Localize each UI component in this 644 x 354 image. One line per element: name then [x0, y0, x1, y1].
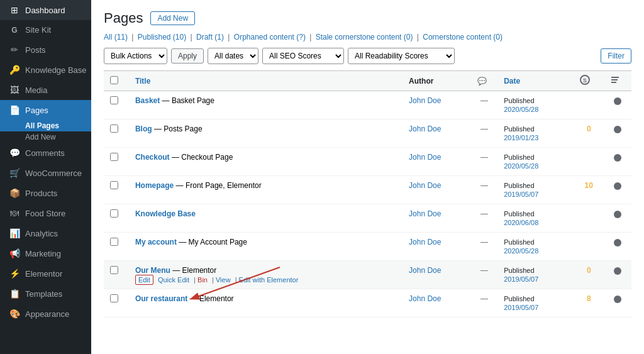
apply-button[interactable]: Apply: [171, 48, 204, 64]
readability-circle: [614, 296, 621, 303]
page-link[interactable]: Our restaurant: [135, 294, 187, 303]
author-link[interactable]: John Doe: [409, 266, 441, 275]
row-checkbox[interactable]: [110, 181, 118, 189]
row-read-cell: [604, 204, 631, 233]
row-comments-cell: —: [471, 91, 497, 119]
author-link[interactable]: John Doe: [409, 124, 441, 133]
select-all-checkbox[interactable]: [110, 76, 118, 84]
sidebar-label-pages: Pages: [25, 106, 48, 115]
sidebar-item-analytics[interactable]: 📊 Analytics: [0, 223, 91, 243]
sidebar-item-elementor[interactable]: ⚡ Elementor: [0, 263, 91, 284]
add-new-button[interactable]: Add New: [150, 11, 195, 25]
date-status: Published: [504, 267, 534, 274]
sidebar-item-appearance[interactable]: 🎨 Appearance: [0, 304, 91, 324]
seo-score: 10: [585, 181, 593, 190]
sidebar-item-woocommerce[interactable]: 🛒 WooCommerce: [0, 163, 91, 183]
sidebar-item-sitekit[interactable]: G Site Kit: [0, 20, 91, 40]
row-checkbox[interactable]: [110, 294, 118, 302]
dashboard-icon: ⊞: [9, 5, 20, 15]
sidebar-item-marketing[interactable]: 📢 Marketing: [0, 243, 91, 263]
page-link[interactable]: Homepage: [135, 181, 174, 190]
row-checkbox[interactable]: [110, 96, 118, 104]
seo-scores-select[interactable]: All SEO Scores: [262, 48, 344, 64]
author-link[interactable]: John Doe: [409, 96, 441, 105]
date-value[interactable]: 2019/05/07: [504, 275, 538, 283]
filter-orphaned[interactable]: Orphaned content (?): [234, 33, 306, 41]
date-value[interactable]: 2019/01/23: [504, 134, 538, 141]
table-row: Our Menu — Elementor Edit Quick Edit | B…: [104, 261, 631, 289]
sidebar-item-comments[interactable]: 💬 Comments: [0, 143, 91, 163]
date-value[interactable]: 2020/05/28: [504, 247, 538, 255]
edit-link[interactable]: Edit: [135, 275, 153, 285]
svg-text:S: S: [583, 77, 587, 84]
sidebar-item-posts[interactable]: ✏ Posts: [0, 40, 91, 60]
sidebar-item-media[interactable]: 🖼 Media: [0, 80, 91, 100]
sidebar-label-analytics: Analytics: [25, 229, 58, 238]
filter-button[interactable]: Filter: [601, 48, 631, 64]
author-link[interactable]: John Doe: [409, 209, 441, 218]
author-link[interactable]: John Doe: [409, 181, 441, 190]
sidebar-sub-add-new[interactable]: Add New: [0, 131, 91, 143]
view-link[interactable]: View: [216, 276, 231, 284]
page-link[interactable]: My account: [135, 238, 177, 246]
row-checkbox[interactable]: [110, 238, 118, 246]
main-content: Pages Add New All (11) | Published (10) …: [91, 0, 644, 354]
date-value[interactable]: 2019/05/07: [504, 304, 538, 311]
author-link[interactable]: John Doe: [409, 153, 441, 162]
row-author-cell: John Doe: [402, 176, 471, 204]
date-value[interactable]: 2020/06/08: [504, 219, 538, 226]
page-header: Pages Add New: [104, 10, 631, 26]
page-link[interactable]: Knowledge Base: [135, 209, 196, 218]
filter-published[interactable]: Published (10): [138, 33, 186, 41]
row-author-cell: John Doe: [402, 91, 471, 119]
row-date-cell: Published 2020/05/28: [497, 233, 574, 261]
filter-stale[interactable]: Stale cornerstone content (0): [316, 33, 413, 41]
row-checkbox[interactable]: [110, 209, 118, 218]
date-value[interactable]: 2020/05/28: [504, 106, 538, 113]
date-value[interactable]: 2019/05/07: [504, 191, 538, 198]
sidebar-item-templates[interactable]: 📋 Templates: [0, 284, 91, 304]
date-status: Published: [504, 295, 534, 302]
row-date-cell: Published 2019/05/07: [497, 261, 574, 289]
th-date[interactable]: Date: [497, 71, 574, 91]
row-author-cell: John Doe: [402, 289, 471, 318]
sidebar-item-food-store[interactable]: 🍽 Food Store: [0, 203, 91, 223]
row-seo-cell: [574, 148, 604, 176]
sidebar-label-knowledge: Knowledge Base: [25, 65, 87, 75]
products-icon: 📦: [9, 188, 20, 198]
edit-elementor-link[interactable]: Edit with Elementor: [239, 276, 299, 284]
page-link[interactable]: Our Menu: [135, 266, 170, 275]
seo-score: 0: [587, 124, 591, 133]
sidebar-sub-all-pages[interactable]: All Pages: [0, 120, 91, 131]
sidebar-label-elementor: Elementor: [25, 269, 62, 279]
row-date-cell: Published 2019/05/07: [497, 289, 574, 318]
row-title-cell: Basket — Basket Page Edit | Quick Edit |…: [129, 91, 402, 119]
author-link[interactable]: John Doe: [409, 294, 441, 303]
page-link[interactable]: Basket: [135, 96, 160, 105]
readability-select[interactable]: All Readability Scores: [348, 48, 455, 64]
row-checkbox[interactable]: [110, 124, 118, 133]
page-title-text: My account — My Account Page: [135, 238, 247, 246]
bulk-actions-select[interactable]: Bulk Actions: [104, 48, 167, 64]
filter-all[interactable]: All (11): [104, 33, 128, 41]
th-title[interactable]: Title: [129, 71, 402, 91]
comment-count: —: [480, 294, 488, 303]
page-title-text: Blog — Posts Page: [135, 124, 203, 133]
sidebar-item-knowledge-base[interactable]: 🔑 Knowledge Base: [0, 60, 91, 80]
author-link[interactable]: John Doe: [409, 238, 441, 246]
page-link[interactable]: Blog: [135, 124, 152, 133]
date-value[interactable]: 2020/05/28: [504, 162, 538, 170]
sidebar-item-dashboard[interactable]: ⊞ Dashboard: [0, 0, 91, 20]
sidebar-item-pages[interactable]: 📄 Pages: [0, 100, 91, 120]
quick-edit-link[interactable]: Quick Edit: [158, 276, 189, 284]
row-seo-cell: 0: [574, 261, 604, 289]
dates-select[interactable]: All dates: [208, 48, 258, 64]
filter-cornerstone[interactable]: Cornerstone content (0): [423, 33, 502, 41]
sidebar-item-products[interactable]: 📦 Products: [0, 183, 91, 203]
page-link[interactable]: Checkout: [135, 153, 170, 162]
row-checkbox[interactable]: [110, 153, 118, 161]
row-checkbox[interactable]: [110, 266, 118, 274]
filter-draft[interactable]: Draft (1): [196, 33, 224, 41]
row-date-cell: Published 2019/05/07: [497, 176, 574, 204]
bin-link[interactable]: Bin: [197, 276, 208, 284]
